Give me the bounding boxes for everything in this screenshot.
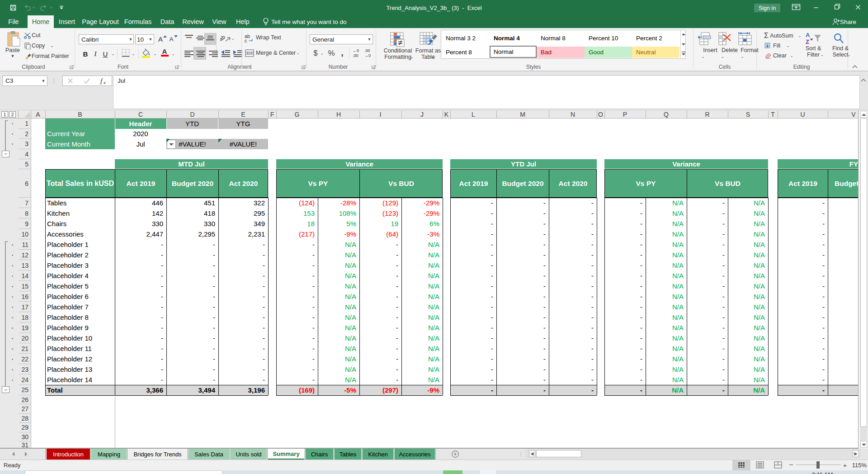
svg-text:←0: ←0 <box>353 48 359 53</box>
svg-text:f: f <box>100 77 103 85</box>
svg-text:Z: Z <box>806 38 809 45</box>
svg-text:x: x <box>103 80 106 85</box>
svg-text:.00: .00 <box>364 48 370 53</box>
svg-text:.00: .00 <box>353 53 359 58</box>
svg-text:ab: ab <box>220 34 226 43</box>
svg-text:c: c <box>245 38 247 43</box>
svg-text:A: A <box>806 32 810 38</box>
svg-text:→0: →0 <box>364 53 371 58</box>
